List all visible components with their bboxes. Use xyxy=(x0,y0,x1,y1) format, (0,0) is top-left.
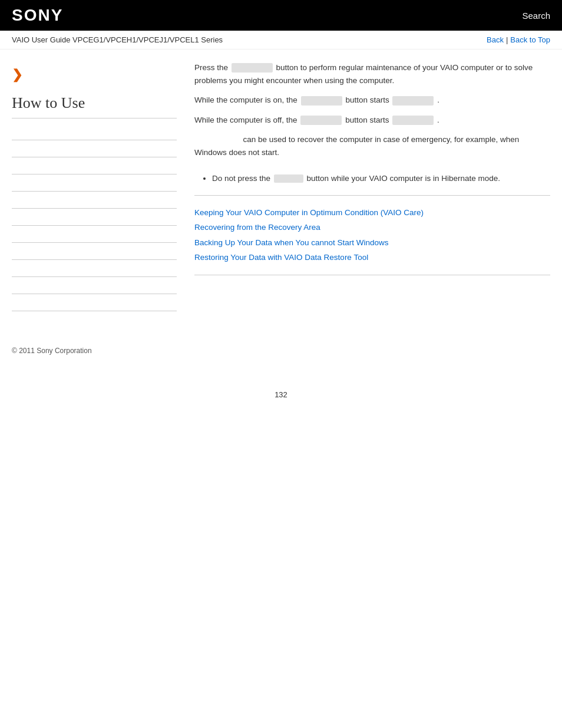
chevron-right-icon: ❯ xyxy=(12,67,177,83)
content-paragraph-4: can be used to recover the computer in c… xyxy=(194,133,550,159)
sidebar-title: How to Use xyxy=(12,94,177,112)
content-paragraph-1: Press the button to perform regular main… xyxy=(194,61,550,87)
content-divider-top xyxy=(194,195,550,196)
sony-logo: SONY xyxy=(12,6,63,25)
list-item xyxy=(12,226,177,243)
vaio-care-rescue-image xyxy=(392,116,434,125)
note-item: Do not press the button while your VAIO … xyxy=(212,172,550,186)
assist-button-note-image xyxy=(274,174,303,183)
header: SONY Search xyxy=(0,0,562,31)
main-content: ❯ How to Use Press the button to perform… xyxy=(0,50,562,323)
content-area: Press the button to perform regular main… xyxy=(189,61,550,311)
sidebar: ❯ How to Use xyxy=(12,61,189,311)
list-item xyxy=(12,243,177,260)
page-number: 132 xyxy=(0,390,562,411)
related-link-backup-data[interactable]: Backing Up Your Data when You cannot Sta… xyxy=(194,235,550,251)
nav-links: Back | Back to Top xyxy=(487,35,550,44)
footer: © 2011 Sony Corporation xyxy=(0,323,562,367)
list-item xyxy=(12,294,177,311)
copyright-text: © 2011 Sony Corporation xyxy=(12,347,92,355)
list-item xyxy=(12,260,177,277)
related-link-vaio-care[interactable]: Keeping Your VAIO Computer in Optimum Co… xyxy=(194,205,550,220)
assist-button-image xyxy=(232,63,273,73)
content-paragraph-2: While the computer is on, the button sta… xyxy=(194,94,550,107)
back-to-top-link[interactable]: Back to Top xyxy=(510,35,550,44)
list-item xyxy=(12,192,177,209)
assist-button-off-image xyxy=(300,116,342,125)
breadcrumb: VAIO User Guide VPCEG1/VPCEH1/VPCEJ1/VPC… xyxy=(12,35,223,44)
sidebar-divider-top xyxy=(12,118,177,118)
search-button[interactable]: Search xyxy=(522,11,550,21)
back-link[interactable]: Back xyxy=(487,35,504,44)
vaio-care-image xyxy=(392,96,434,106)
list-item xyxy=(12,209,177,226)
list-item xyxy=(12,277,177,294)
related-link-recovery-area[interactable]: Recovering from the Recovery Area xyxy=(194,220,550,235)
nav-bar: VAIO User Guide VPCEG1/VPCEH1/VPCEJ1/VPC… xyxy=(0,31,562,50)
list-item xyxy=(12,123,177,140)
related-links: Keeping Your VAIO Computer in Optimum Co… xyxy=(194,205,550,266)
nav-separator: | xyxy=(506,35,508,44)
list-item xyxy=(12,140,177,157)
list-item xyxy=(12,157,177,174)
note-list: Do not press the button while your VAIO … xyxy=(212,172,550,186)
assist-button-on-image xyxy=(301,96,342,106)
list-item xyxy=(12,174,177,192)
content-divider-bottom xyxy=(194,275,550,275)
related-link-restore-tool[interactable]: Restoring Your Data with VAIO Data Resto… xyxy=(194,250,550,265)
content-paragraph-3: While the computer is off, the button st… xyxy=(194,114,550,127)
